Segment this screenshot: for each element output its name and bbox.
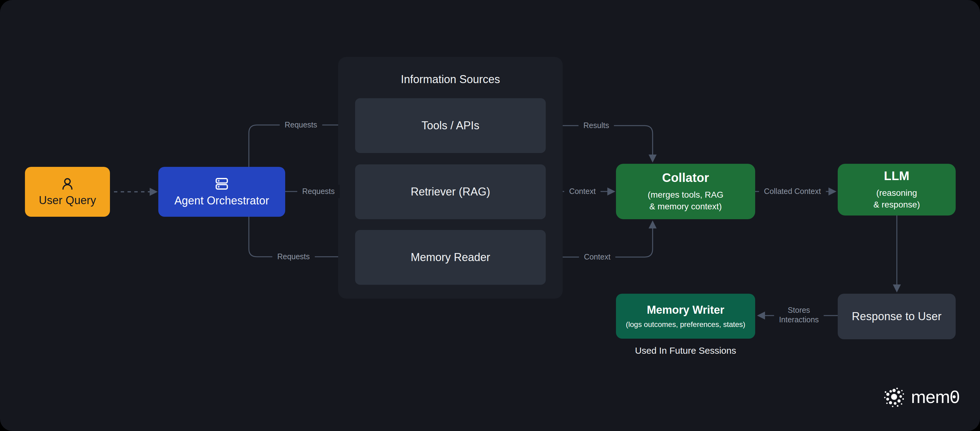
node-llm: LLM (reasoning & response) [838, 164, 956, 215]
mem0-logo-text: mem0 [911, 388, 959, 406]
edge-label-stores-interactions: Stores Interactions [774, 304, 824, 327]
collator-subtitle: (merges tools, RAG & memory context) [648, 189, 724, 212]
edge-label-results: Results [578, 119, 614, 132]
memory-reader-label: Memory Reader [410, 251, 490, 264]
arrowhead-right-llm [829, 188, 837, 196]
arrowhead-left-memory-writer [757, 312, 765, 320]
agent-orchestrator-label: Agent Orchestrator [174, 194, 269, 207]
edge-label-context-middle: Context [564, 185, 601, 198]
arrowhead-right-orchestrator [150, 188, 158, 196]
llm-subtitle: (reasoning & response) [873, 187, 920, 211]
mem0-burst-icon [883, 385, 905, 408]
edge-label-requests-middle: Requests [297, 185, 340, 198]
node-agent-orchestrator: Agent Orchestrator [158, 167, 285, 217]
arrowhead-down-response [893, 285, 901, 293]
tools-apis-label: Tools / APIs [421, 119, 479, 132]
mem0-logo: mem0 [883, 385, 959, 408]
arrowhead-right-collator-left [607, 188, 615, 196]
edge-label-requests-bottom: Requests [272, 250, 315, 263]
user-icon [60, 177, 75, 191]
node-response-to-user: Response to User [838, 294, 956, 339]
arrowhead-up-collator-bottom [649, 220, 657, 228]
node-user-query: User Query [25, 167, 110, 217]
memory-writer-subtitle: (logs outcomes, preferences, states) [626, 320, 745, 329]
node-retriever-rag: Retriever (RAG) [355, 164, 546, 219]
node-memory-writer: Memory Writer (logs outcomes, preference… [616, 294, 755, 339]
information-sources-panel: Information Sources Tools / APIs Retriev… [338, 57, 563, 299]
response-to-user-label: Response to User [852, 310, 942, 323]
node-collator: Collator (merges tools, RAG & memory con… [616, 164, 755, 219]
arrowhead-down-collator-top [649, 154, 657, 162]
node-tools-apis: Tools / APIs [355, 98, 546, 153]
edge-label-collated-context: Collated Context [759, 185, 826, 198]
server-stack-icon [214, 177, 229, 191]
llm-title: LLM [884, 169, 910, 183]
used-in-future-sessions-caption: Used In Future Sessions [616, 345, 755, 356]
edge-label-requests-top: Requests [280, 118, 322, 132]
memory-writer-title: Memory Writer [647, 304, 724, 316]
edge-label-context-bottom: Context [579, 250, 615, 264]
retriever-rag-label: Retriever (RAG) [410, 185, 490, 198]
node-memory-reader: Memory Reader [355, 230, 546, 285]
diagram-canvas: User Query Agent Orchestrator Informatio… [0, 0, 980, 431]
user-query-label: User Query [39, 194, 96, 207]
information-sources-title: Information Sources [338, 73, 563, 86]
collator-title: Collator [662, 171, 709, 185]
